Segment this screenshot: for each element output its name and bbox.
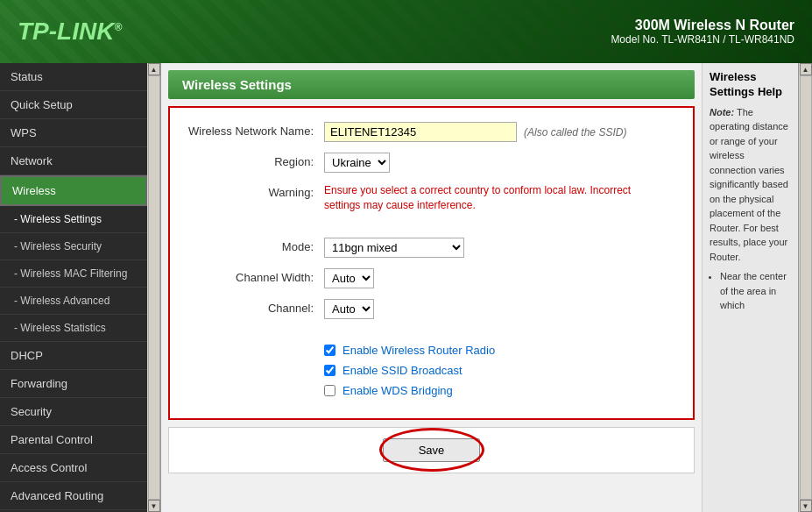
sidebar-item-network[interactable]: Network: [0, 147, 147, 175]
model-name: 300M Wireless N Router: [611, 18, 794, 33]
right-scroll-down[interactable]: ▼: [800, 500, 812, 512]
save-area: Save: [168, 427, 695, 473]
region-row: Region: Ukraine: [184, 153, 679, 173]
network-name-row: Wireless Network Name: (Also called the …: [184, 122, 679, 142]
enable-ssid-broadcast-label[interactable]: Enable SSID Broadcast: [342, 364, 462, 377]
sidebar-item-access-control[interactable]: Access Control: [0, 454, 147, 482]
checkbox-row-2: Enable SSID Broadcast: [324, 364, 679, 377]
checkbox-row-3: Enable WDS Bridging: [324, 384, 679, 397]
logo-registered: ®: [114, 21, 122, 33]
channel-width-select[interactable]: Auto: [324, 268, 374, 288]
channel-select[interactable]: Auto: [324, 299, 374, 319]
sidebar-item-wps[interactable]: WPS: [0, 119, 147, 147]
warning-control: Ensure you select a correct country to c…: [324, 183, 679, 213]
enable-wireless-radio-checkbox[interactable]: [324, 345, 335, 356]
content-area: Wireless Settings Wireless Network Name:…: [161, 63, 702, 512]
logo: TP-LINK®: [18, 18, 122, 46]
enable-ssid-broadcast-checkbox[interactable]: [324, 365, 335, 376]
help-note-text: The operating distance or range of your …: [710, 107, 788, 262]
sidebar-item-wireless-mac-filtering[interactable]: - Wireless MAC Filtering: [0, 260, 147, 288]
enable-wds-bridging-label[interactable]: Enable WDS Bridging: [342, 384, 453, 397]
sidebar-item-wireless-security[interactable]: - Wireless Security: [0, 233, 147, 260]
enable-wds-bridging-checkbox[interactable]: [324, 385, 335, 396]
mode-row: Mode: 11bgn mixed: [184, 238, 679, 258]
mode-control: 11bgn mixed: [324, 238, 679, 258]
left-scrollbar: ▲ ▼: [147, 63, 161, 512]
help-note-prefix: Note:: [710, 107, 734, 117]
help-text: Note: The operating distance or range of…: [710, 105, 791, 313]
logo-text: TP-LINK: [18, 18, 114, 45]
wireless-settings-form: Wireless Network Name: (Also called the …: [168, 106, 695, 420]
sidebar-item-security[interactable]: Security: [0, 398, 147, 426]
sidebar-item-forwarding[interactable]: Forwarding: [0, 370, 147, 398]
header: TP-LINK® 300M Wireless N Router Model No…: [0, 0, 812, 63]
right-scrollbar: ▲ ▼: [798, 63, 812, 512]
enable-wireless-radio-label[interactable]: Enable Wireless Router Radio: [342, 344, 495, 357]
channel-label: Channel:: [184, 299, 324, 315]
sidebar: Status Quick Setup WPS Network Wireless …: [0, 63, 147, 512]
channel-control: Auto: [324, 299, 679, 319]
warning-row: Warning: Ensure you select a correct cou…: [184, 183, 679, 213]
channel-row: Channel: Auto: [184, 299, 679, 319]
help-bullet-1: Near the center of the area in which: [720, 269, 791, 313]
channel-width-label: Channel Width:: [184, 268, 324, 284]
warning-label: Warning:: [184, 183, 324, 199]
right-scroll-track[interactable]: [800, 75, 812, 500]
save-button[interactable]: Save: [383, 438, 481, 462]
scroll-up-arrow[interactable]: ▲: [148, 63, 160, 75]
sidebar-item-wireless-settings[interactable]: - Wireless Settings: [0, 206, 147, 233]
page-title: Wireless Settings: [182, 77, 681, 92]
network-name-label: Wireless Network Name:: [184, 122, 324, 138]
sidebar-item-quick-setup[interactable]: Quick Setup: [0, 91, 147, 119]
channel-width-control: Auto: [324, 268, 679, 288]
region-control: Ukraine: [324, 153, 679, 173]
right-scroll-up[interactable]: ▲: [800, 63, 812, 75]
sidebar-item-wireless-advanced[interactable]: - Wireless Advanced: [0, 288, 147, 315]
sidebar-item-dhcp[interactable]: DHCP: [0, 342, 147, 370]
page-title-bar: Wireless Settings: [168, 70, 695, 99]
mode-label: Mode:: [184, 238, 324, 253]
region-select[interactable]: Ukraine: [324, 153, 390, 173]
help-title: Wireless Settings Help: [710, 70, 791, 100]
sidebar-item-wireless-statistics[interactable]: - Wireless Statistics: [0, 315, 147, 342]
warning-text: Ensure you select a correct country to c…: [324, 183, 639, 213]
sidebar-item-parental-control[interactable]: Parental Control: [0, 426, 147, 454]
ssid-note: (Also called the SSID): [524, 126, 626, 139]
mode-select[interactable]: 11bgn mixed: [324, 238, 464, 258]
scroll-down-arrow[interactable]: ▼: [148, 500, 160, 512]
scroll-track[interactable]: [148, 75, 160, 500]
channel-width-row: Channel Width: Auto: [184, 268, 679, 288]
sidebar-item-wireless[interactable]: Wireless: [0, 175, 147, 206]
main-layout: Status Quick Setup WPS Network Wireless …: [0, 63, 812, 512]
region-label: Region:: [184, 153, 324, 168]
network-name-input[interactable]: [324, 122, 517, 142]
sidebar-item-status[interactable]: Status: [0, 63, 147, 91]
help-panel: Wireless Settings Help Note: The operati…: [702, 63, 798, 512]
header-model: 300M Wireless N Router Model No. TL-WR84…: [611, 18, 794, 46]
network-name-control: (Also called the SSID): [324, 122, 679, 142]
sidebar-item-advanced-routing[interactable]: Advanced Routing: [0, 482, 147, 510]
checkbox-row-1: Enable Wireless Router Radio: [324, 344, 679, 357]
model-number: Model No. TL-WR841N / TL-WR841ND: [611, 33, 794, 46]
